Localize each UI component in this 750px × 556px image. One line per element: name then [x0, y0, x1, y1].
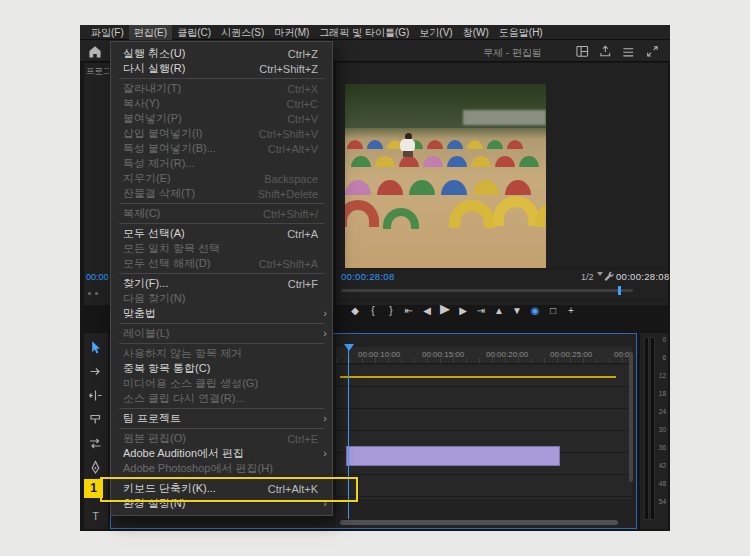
app-menubar: 파일(F) 편집(E) 클립(C) 시퀀스(S) 마커(M) 그래픽 및 타이틀…	[80, 25, 670, 40]
ruler-label: 00:00:10:00	[358, 350, 400, 359]
menu-item-spelling[interactable]: 맞춤법›	[111, 306, 332, 321]
ruler-label: 00:00:15:00	[422, 350, 464, 359]
menu-sequence[interactable]: 시퀀스(S)	[216, 25, 269, 40]
meter-scale-label: 30	[654, 426, 666, 433]
track-select-tool[interactable]	[88, 364, 104, 380]
menu-item-find[interactable]: 찾기(F)...Ctrl+F	[111, 276, 332, 291]
menu-item-edit-in-photoshop: Adobe Photoshop에서 편집(H)	[111, 461, 332, 476]
svg-text:T: T	[92, 510, 99, 522]
source-timecode[interactable]: 00:00	[86, 272, 109, 282]
menu-separator	[119, 428, 324, 429]
menu-window[interactable]: 창(W)	[458, 25, 494, 40]
ripple-edit-tool[interactable]	[88, 388, 104, 404]
type-tool[interactable]: T	[88, 508, 104, 524]
meter-scale-label: 12	[654, 372, 666, 379]
export-frame-icon[interactable]: ◉	[527, 304, 543, 318]
timeline-vertical-scrollbar[interactable]	[629, 352, 633, 482]
menu-file[interactable]: 파일(F)	[86, 25, 129, 40]
selection-tool[interactable]	[88, 340, 104, 356]
menu-separator	[119, 223, 324, 224]
program-video-preview	[345, 84, 546, 268]
menu-edit[interactable]: 편집(E)	[129, 25, 172, 40]
menu-item-remove-attributes: 특성 제거(R)...	[111, 156, 332, 171]
timeline-horizontal-scrollbar[interactable]	[340, 520, 618, 525]
ruler-label: 00:00:25:00	[550, 350, 592, 359]
menu-item-clear: 지우기(E)Backspace	[111, 171, 332, 186]
tire-foreground-yellow	[493, 196, 539, 226]
menu-separator	[119, 273, 324, 274]
document-title: 무제 - 편집됨	[483, 46, 542, 60]
meter-scale-label: 36	[654, 444, 666, 451]
timeline-tracks-area	[336, 365, 632, 499]
duration-timecode: 00:00:28:08	[616, 271, 670, 282]
menu-item-ripple-delete: 잔물결 삭제(T)Shift+Delete	[111, 186, 332, 201]
tire-row-far	[347, 140, 523, 149]
source-scrubber-dot	[95, 292, 98, 295]
menu-item-redo[interactable]: 다시 실행(R)Ctrl+Shift+Z	[111, 61, 332, 76]
settings-wrench-icon[interactable]	[602, 270, 614, 282]
menu-view[interactable]: 보기(V)	[414, 25, 457, 40]
playhead-head-icon[interactable]	[344, 344, 354, 356]
step-forward-icon[interactable]: ▶	[455, 304, 471, 318]
ruler-label: 00:00:20:00	[486, 350, 528, 359]
menu-item-duplicate: 복제(C)Ctrl+Shift+/	[111, 206, 332, 221]
fullscreen-icon[interactable]	[646, 45, 659, 58]
current-timecode[interactable]: 00:00:28:08	[341, 271, 395, 282]
building-background	[463, 110, 546, 125]
extract-icon[interactable]: ▼	[509, 304, 525, 318]
menu-item-cut: 잘라내기(T)Ctrl+X	[111, 81, 332, 96]
menu-item-relink-source-clips: 소스 클립 다시 연결(R)...	[111, 391, 332, 406]
audio-meter-left	[644, 337, 649, 520]
menu-item-paste-attributes: 특성 붙여넣기(B)...Ctrl+Alt+V	[111, 141, 332, 156]
menu-graphics-titles[interactable]: 그래픽 및 타이틀(G)	[314, 25, 414, 40]
menu-separator	[119, 343, 324, 344]
workspaces-icon[interactable]	[576, 45, 589, 58]
source-scrubber-dot	[88, 292, 91, 295]
submenu-arrow-icon: ›	[323, 326, 327, 341]
menu-help[interactable]: 도움말(H)	[494, 25, 548, 40]
go-to-out-icon[interactable]: ⇥	[473, 304, 489, 318]
timeline-ruler[interactable]: 00:00:10:00 00:00:15:00 00:00:20:00 00:0…	[336, 347, 632, 364]
play-icon[interactable]: ▶	[437, 302, 453, 316]
scrubber-playhead[interactable]	[618, 286, 621, 295]
lift-icon[interactable]: ▲	[491, 304, 507, 318]
menu-item-undo[interactable]: 실행 취소(U)Ctrl+Z	[111, 46, 332, 61]
menu-separator	[119, 323, 324, 324]
menu-item-select-all[interactable]: 모두 선택(A)Ctrl+A	[111, 226, 332, 241]
tire-row-near	[345, 180, 531, 195]
mark-out-icon[interactable]: }	[383, 304, 399, 318]
menu-item-team-project[interactable]: 팀 프로젝트›	[111, 411, 332, 426]
pen-tool[interactable]	[88, 460, 104, 476]
menu-item-edit-in-audition[interactable]: Adobe Audition에서 편집›	[111, 446, 332, 461]
slip-tool[interactable]	[88, 436, 104, 452]
comparison-view-icon[interactable]: □	[545, 304, 561, 318]
menu-item-find-next: 다음 찾기(N)	[111, 291, 332, 306]
submenu-arrow-icon: ›	[323, 446, 327, 461]
tire-foreground-yellow	[535, 202, 546, 227]
home-icon[interactable]	[88, 45, 102, 59]
menu-clip[interactable]: 클립(C)	[172, 25, 216, 40]
panel-menu-icon[interactable]	[622, 46, 635, 59]
menu-markers[interactable]: 마커(M)	[269, 25, 314, 40]
timeline-clip[interactable]	[346, 446, 560, 466]
razor-tool[interactable]	[88, 412, 104, 428]
menu-separator	[119, 203, 324, 204]
program-scrubber[interactable]	[341, 289, 633, 292]
divider	[336, 268, 668, 269]
add-marker-icon[interactable]: ◆	[347, 304, 363, 318]
meter-scale-label: 48	[654, 480, 666, 487]
mark-in-icon[interactable]: {	[365, 304, 381, 318]
child-legs	[403, 151, 413, 157]
go-to-in-icon[interactable]: ⇤	[401, 304, 417, 318]
menu-item-label: 레이블(L)›	[111, 326, 332, 341]
menu-separator	[119, 78, 324, 79]
button-editor-icon[interactable]: +	[563, 304, 579, 318]
quick-export-icon[interactable]	[599, 45, 612, 58]
step-back-icon[interactable]: ◀	[419, 304, 435, 318]
menu-item-consolidate-duplicates[interactable]: 중복 항목 통합(C)	[111, 361, 332, 376]
menu-item-generate-source-clips: 미디어용 소스 클립 생성(G)	[111, 376, 332, 391]
edit-menu-dropdown: 실행 취소(U)Ctrl+Z 다시 실행(R)Ctrl+Shift+Z 잘라내기…	[110, 41, 333, 516]
zoom-level-select[interactable]: 1/2	[581, 272, 603, 282]
source-panel-tab[interactable]: 프로그램:	[86, 66, 109, 78]
meter-scale-label: 6	[654, 354, 666, 361]
